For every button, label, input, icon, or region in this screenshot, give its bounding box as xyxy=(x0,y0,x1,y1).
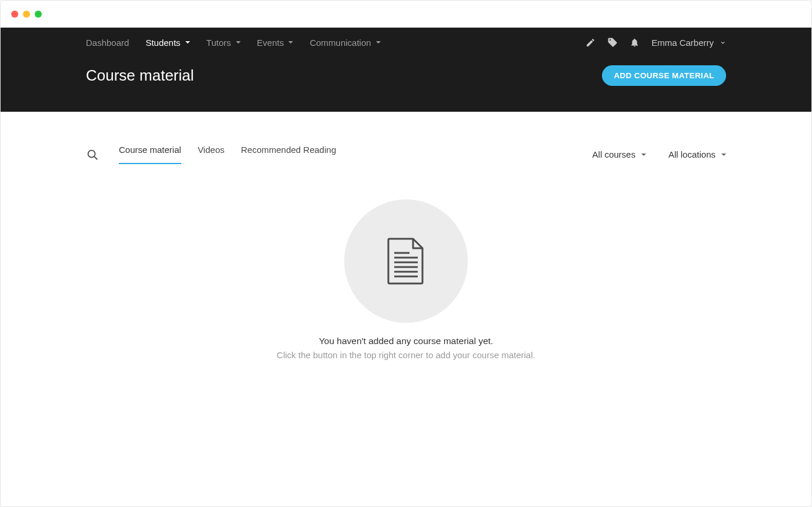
empty-illustration xyxy=(344,199,468,323)
nav-label: Dashboard xyxy=(86,38,129,48)
search-icon[interactable] xyxy=(86,148,99,161)
empty-state: You haven't added any course material ye… xyxy=(86,164,726,360)
chevron-down-icon xyxy=(376,41,381,44)
window-controls xyxy=(11,11,42,18)
nav-label: Students xyxy=(145,38,180,48)
window-titlebar xyxy=(1,1,811,28)
tab-videos[interactable]: Videos xyxy=(198,145,225,164)
top-nav: Dashboard Students Tutors Events Communi… xyxy=(1,28,811,57)
title-row: Course material ADD COURSE MATERIAL xyxy=(1,57,811,112)
nav-dashboard[interactable]: Dashboard xyxy=(86,38,129,48)
tag-icon[interactable] xyxy=(607,37,618,48)
add-course-material-button[interactable]: ADD COURSE MATERIAL xyxy=(602,65,726,86)
chevron-down-icon xyxy=(185,41,190,44)
tab-right: All courses All locations xyxy=(593,149,726,159)
minimize-window-button[interactable] xyxy=(23,11,30,18)
close-window-button[interactable] xyxy=(11,11,18,18)
tab-row: Course material Videos Recommended Readi… xyxy=(86,112,726,164)
nav-events[interactable]: Events xyxy=(257,38,294,48)
nav-right: Emma Carberry xyxy=(585,37,726,48)
svg-line-1 xyxy=(94,156,97,159)
edit-icon[interactable] xyxy=(585,38,595,48)
maximize-window-button[interactable] xyxy=(35,11,42,18)
empty-state-subtitle: Click the button in the top right corner… xyxy=(277,350,535,360)
nav-label: Tutors xyxy=(207,38,231,48)
chevron-down-icon xyxy=(720,39,726,46)
tab-recommended-reading[interactable]: Recommended Reading xyxy=(241,145,336,164)
document-icon xyxy=(387,238,425,285)
user-menu[interactable]: Emma Carberry xyxy=(651,38,726,48)
filter-label: All locations xyxy=(668,149,716,159)
tab-course-material[interactable]: Course material xyxy=(119,145,181,164)
nav-students[interactable]: Students xyxy=(145,38,189,48)
nav-left: Dashboard Students Tutors Events Communi… xyxy=(86,38,381,48)
chevron-down-icon xyxy=(236,41,241,44)
filter-courses[interactable]: All courses xyxy=(593,149,646,159)
chevron-down-icon xyxy=(721,154,726,156)
filter-label: All courses xyxy=(593,149,635,159)
browser-window: Dashboard Students Tutors Events Communi… xyxy=(0,0,812,507)
nav-tutors[interactable]: Tutors xyxy=(207,38,241,48)
svg-point-0 xyxy=(88,150,95,157)
nav-label: Events xyxy=(257,38,284,48)
empty-state-title: You haven't added any course material ye… xyxy=(319,336,493,346)
filter-locations[interactable]: All locations xyxy=(668,149,726,159)
app-header: Dashboard Students Tutors Events Communi… xyxy=(1,28,811,112)
nav-label: Communication xyxy=(310,38,371,48)
page-title: Course material xyxy=(86,66,194,85)
tab-left: Course material Videos Recommended Readi… xyxy=(86,145,336,164)
nav-communication[interactable]: Communication xyxy=(310,38,380,48)
bell-icon[interactable] xyxy=(630,38,640,48)
user-name: Emma Carberry xyxy=(651,38,714,48)
chevron-down-icon xyxy=(641,154,646,156)
content-area: Course material Videos Recommended Readi… xyxy=(1,112,811,506)
chevron-down-icon xyxy=(288,41,293,44)
